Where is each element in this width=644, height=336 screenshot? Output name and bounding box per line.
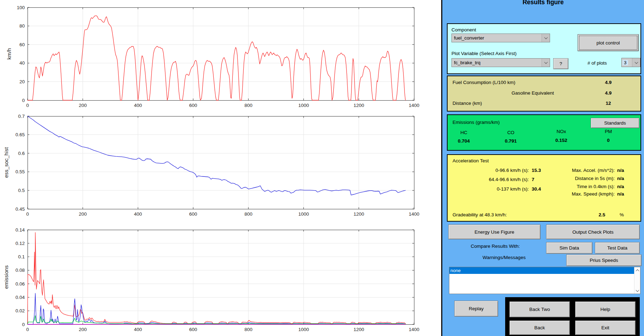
svg-text:ess_soc_hist: ess_soc_hist (3, 147, 9, 178)
svg-text:600: 600 (189, 211, 197, 217)
svg-text:0.5: 0.5 (18, 188, 25, 193)
co-value: 0.791 (495, 138, 527, 144)
svg-text:0.14: 0.14 (16, 227, 25, 233)
svg-text:1400: 1400 (409, 327, 419, 332)
back-two-button[interactable]: Back Two (509, 301, 570, 317)
svg-text:800: 800 (244, 103, 253, 108)
chevron-down-icon[interactable] (542, 59, 550, 67)
gradeability-unit: % (620, 212, 624, 217)
svg-text:0.45: 0.45 (16, 206, 25, 212)
svg-text:1200: 1200 (354, 327, 364, 332)
svg-text:100: 100 (17, 5, 25, 10)
chevron-down-icon[interactable] (632, 58, 640, 67)
scroll-down-icon[interactable] (634, 288, 640, 293)
nox-header: NOx (545, 129, 578, 134)
max-speed-value: n/a (617, 191, 624, 197)
svg-text:0: 0 (26, 103, 29, 108)
output-check-plots-button[interactable]: Output Check Plots (546, 224, 640, 239)
pm-value: 0 (592, 138, 625, 143)
num-plots-dropdown[interactable]: 3 (621, 58, 640, 67)
plot-variable-dropdown[interactable]: fc_brake_trq (451, 58, 550, 67)
max-speed-label: Max. Speed (kmph): (520, 191, 615, 197)
gradeability-value: 2.5 (594, 212, 610, 217)
component-label: Component (451, 27, 476, 32)
chevron-down-icon[interactable] (542, 34, 550, 42)
distance-5s-label: Distance in 5s (m): (520, 176, 615, 181)
svg-text:800: 800 (244, 211, 253, 217)
svg-text:600: 600 (189, 327, 197, 332)
sim-data-button[interactable]: Sim Data (546, 242, 592, 254)
scroll-up-icon[interactable] (634, 268, 640, 273)
plots-area: 0200400600800100012001400020406080100km/… (0, 0, 441, 336)
svg-text:1400: 1400 (409, 211, 419, 217)
svg-text:0: 0 (26, 211, 29, 217)
svg-text:1400: 1400 (409, 103, 419, 108)
results-panel: Results figure Component fuel_converter … (441, 0, 644, 336)
svg-text:0.06: 0.06 (16, 281, 25, 287)
emissions-title: Emissions (grams/km) (453, 120, 500, 125)
emissions-group: Emissions (grams/km) Standards HC CO NOx… (447, 114, 641, 151)
svg-text:0.1: 0.1 (18, 254, 25, 259)
svg-text:0: 0 (22, 322, 25, 327)
svg-text:0.08: 0.08 (16, 268, 25, 273)
exit-button[interactable]: Exit (575, 320, 636, 335)
svg-text:0.02: 0.02 (16, 308, 25, 313)
svg-text:80: 80 (19, 23, 25, 29)
listbox-scrollbar[interactable] (634, 267, 640, 294)
component-dropdown[interactable]: fuel_converter (451, 34, 550, 42)
plot-variable-label: Plot Variable (Select Axis First) (451, 51, 516, 56)
svg-text:60: 60 (19, 42, 25, 47)
component-value: fuel_converter (454, 35, 484, 41)
svg-text:0.6: 0.6 (18, 151, 25, 156)
list-item[interactable]: none (449, 267, 634, 274)
svg-text:0.04: 0.04 (16, 295, 25, 300)
time-quarter-km-value: n/a (617, 184, 624, 189)
page-title: Results figure (442, 0, 644, 6)
nox-value: 0.152 (545, 138, 578, 143)
svg-text:600: 600 (189, 103, 197, 108)
svg-text:0.7: 0.7 (18, 114, 25, 119)
max-accel-value: n/a (617, 168, 624, 173)
svg-text:1000: 1000 (298, 103, 309, 108)
svg-text:0: 0 (22, 98, 25, 103)
back-button[interactable]: Back (509, 320, 570, 335)
help-button[interactable]: Help (575, 301, 636, 317)
svg-text:0.65: 0.65 (16, 132, 25, 137)
distance-value: 12 (592, 101, 625, 106)
svg-text:0.55: 0.55 (16, 169, 25, 174)
max-accel-label: Max. Accel. (m/s^2): (520, 168, 615, 173)
num-plots-value: 3 (622, 60, 628, 65)
svg-text:400: 400 (134, 211, 142, 217)
warnings-messages-label: Warnings/Messages (465, 255, 543, 260)
fuel-consumption-label: Fuel Consumption (L/100 km) (453, 80, 515, 85)
co-header: CO (495, 130, 527, 135)
replay-button[interactable]: Replay (454, 301, 498, 317)
time-quarter-km-label: Time in 0.4km (s): (520, 184, 615, 189)
svg-text:0: 0 (26, 327, 29, 332)
svg-text:emissions: emissions (3, 265, 9, 289)
fuel-consumption-value: 4.9 (592, 80, 625, 85)
svg-text:1000: 1000 (298, 327, 309, 332)
svg-text:1200: 1200 (354, 211, 364, 217)
prius-speeds-button[interactable]: Prius Speeds (566, 254, 642, 266)
acceleration-test-group: Acceleration Test 0-96.6 km/h (s): 15.3 … (447, 154, 641, 222)
test-data-button[interactable]: Test Data (595, 242, 640, 254)
fuel-consumption-group: Fuel Consumption (L/100 km) 4.9 Gasoline… (447, 76, 641, 112)
svg-text:0.12: 0.12 (16, 241, 25, 246)
distance-5s-value: n/a (617, 176, 624, 181)
svg-text:400: 400 (134, 327, 142, 332)
svg-text:200: 200 (79, 103, 87, 108)
navigation-group: Back Two Help Back Exit (505, 297, 640, 336)
hc-header: HC (448, 130, 480, 135)
svg-text:200: 200 (79, 211, 87, 217)
standards-button[interactable]: Standards (591, 118, 639, 128)
warnings-listbox[interactable]: none (449, 267, 640, 294)
svg-text:1200: 1200 (354, 103, 364, 108)
help-question-button[interactable]: ? (553, 58, 568, 69)
energy-use-figure-button[interactable]: Energy Use Figure (448, 224, 540, 239)
accel-title: Acceleration Test (453, 158, 489, 163)
plot-control-button[interactable]: plot control (578, 34, 639, 51)
svg-text:km/h: km/h (6, 48, 12, 60)
accel-64-96-label: 64.4-96.6 km/h (s): (453, 177, 529, 182)
plot-controls-group: Component fuel_converter plot control Pl… (447, 23, 641, 74)
